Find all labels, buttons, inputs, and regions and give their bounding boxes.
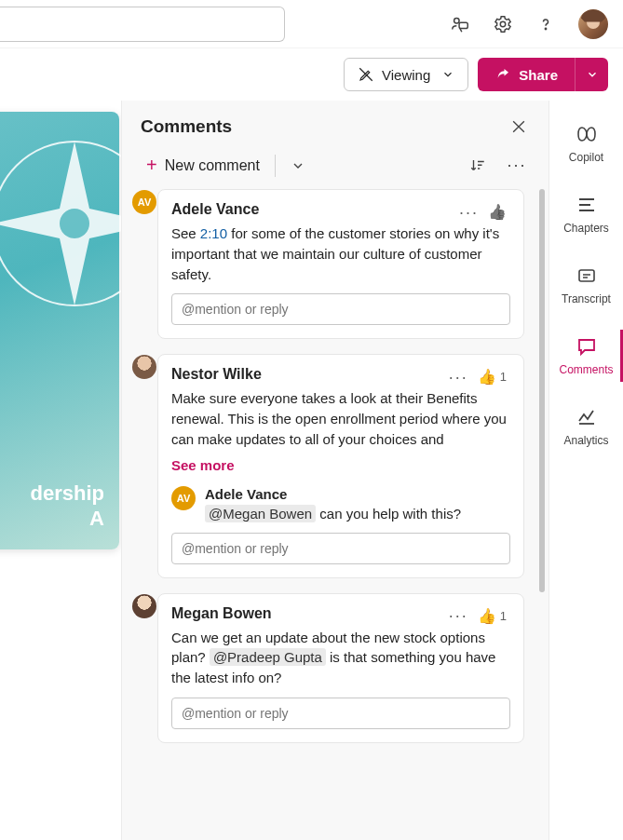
close-icon	[509, 117, 528, 136]
new-comment-label: New comment	[165, 157, 260, 174]
search-input[interactable]	[0, 7, 285, 42]
reply-avatar: AV	[171, 486, 196, 510]
plus-icon: +	[146, 155, 157, 176]
analytics-icon	[576, 406, 598, 428]
comment-reply: AV Adele Vance @Megan Bowen can you help…	[171, 486, 510, 523]
chevron-down-icon	[586, 68, 599, 81]
thumbs-up-icon: 👍	[488, 203, 507, 221]
viewing-label: Viewing	[382, 67, 430, 83]
compass-star-icon	[0, 130, 121, 317]
right-rail: Copilot Chapters Transcript	[549, 101, 623, 840]
share-button[interactable]: Share	[478, 58, 575, 91]
timestamp-link[interactable]: 2:10	[200, 225, 227, 241]
rail-label: Analytics	[563, 434, 608, 447]
teams-chat-icon[interactable]	[450, 14, 470, 34]
chevron-down-icon	[441, 68, 454, 81]
svg-point-3	[545, 28, 546, 29]
comment-card: Megan Bowen ··· 👍 1 Can we get an update…	[157, 593, 524, 743]
settings-gear-icon[interactable]	[493, 14, 513, 34]
comment-more-button[interactable]: ···	[449, 607, 468, 624]
divider	[275, 155, 276, 177]
share-label: Share	[519, 67, 558, 83]
rail-item-analytics[interactable]: Analytics	[549, 402, 623, 451]
share-options-button[interactable]	[575, 58, 608, 91]
topbar-icons	[450, 9, 608, 39]
user-avatar[interactable]	[578, 9, 608, 39]
rail-item-chapters[interactable]: Chapters	[549, 190, 623, 238]
reply-author-name: Adele Vance	[205, 486, 510, 502]
comment-body: Can we get an update about the new stock…	[171, 628, 510, 688]
like-count: 1	[500, 609, 507, 623]
main-area: dership A Comments + New comment	[0, 101, 623, 840]
comment-bubble-icon	[576, 335, 598, 358]
document-sliver: dership A	[0, 101, 121, 840]
comment-more-button[interactable]: ···	[449, 369, 468, 386]
reply-input[interactable]	[171, 533, 510, 564]
sort-button[interactable]	[465, 153, 491, 179]
author-avatar	[132, 355, 156, 379]
thumbs-up-icon: 👍	[478, 368, 496, 386]
rail-label: Chapters	[563, 222, 609, 235]
svg-point-0	[454, 18, 460, 22]
comment-more-button[interactable]: ···	[459, 204, 479, 221]
comments-header: Comments	[122, 101, 549, 145]
author-name: Megan Bowen	[171, 605, 272, 622]
sort-icon	[469, 157, 486, 174]
rail-item-comments[interactable]: Comments	[549, 332, 623, 380]
comment-body: See 2:10 for some of the customer storie…	[171, 224, 510, 284]
svg-rect-7	[579, 270, 594, 281]
top-bar	[0, 0, 623, 48]
mention-chip[interactable]: @Pradeep Gupta	[210, 648, 326, 666]
reply-input[interactable]	[171, 293, 510, 325]
author-avatar: AV	[132, 190, 156, 214]
chapters-icon	[576, 194, 598, 216]
comment-body: Make sure everyone takes a look at their…	[171, 388, 510, 449]
share-arrow-icon	[494, 66, 511, 83]
author-avatar	[132, 594, 156, 618]
comment-list-wrap: AV Adele Vance ··· 👍 See 2:10 for some o…	[122, 189, 549, 840]
more-options-button[interactable]: ···	[504, 153, 530, 179]
author-name: Adele Vance	[171, 201, 259, 218]
help-icon[interactable]	[535, 14, 556, 34]
comment-dropdown-button[interactable]	[285, 153, 311, 179]
comment-card: AV Adele Vance ··· 👍 See 2:10 for some o…	[157, 189, 524, 339]
author-name: Nestor Wilke	[171, 366, 262, 383]
svg-rect-1	[459, 22, 467, 28]
see-more-link[interactable]: See more	[171, 457, 510, 473]
copilot-icon	[576, 123, 598, 145]
rail-label: Comments	[559, 363, 613, 376]
share-button-group: Share	[478, 58, 608, 91]
new-comment-button[interactable]: + New comment	[141, 151, 265, 180]
document-thumbnail[interactable]: dership A	[0, 112, 119, 549]
document-title: dership A	[0, 481, 104, 531]
chevron-down-icon	[291, 158, 305, 173]
action-bar: Viewing Share	[0, 48, 623, 101]
rail-item-transcript[interactable]: Transcript	[549, 261, 623, 309]
viewing-mode-button[interactable]: Viewing	[344, 58, 468, 91]
close-comments-button[interactable]	[508, 115, 530, 138]
scrollbar-thumb[interactable]	[539, 189, 545, 592]
svg-point-2	[500, 21, 506, 27]
comments-panel: Comments + New comment	[121, 101, 549, 840]
comments-toolbar: + New comment ···	[122, 145, 549, 189]
reply-input[interactable]	[171, 698, 510, 729]
comments-title: Comments	[141, 116, 232, 137]
comment-card: Nestor Wilke ··· 👍 1 Make sure everyone …	[157, 354, 524, 577]
like-count: 1	[500, 370, 507, 384]
comment-list: AV Adele Vance ··· 👍 See 2:10 for some o…	[131, 189, 534, 840]
mention-chip[interactable]: @Megan Bowen	[205, 505, 316, 522]
pen-slash-icon	[358, 66, 374, 83]
rail-label: Copilot	[569, 151, 603, 164]
ellipsis-icon: ···	[507, 156, 526, 175]
like-button[interactable]: 👍 1	[478, 368, 507, 386]
transcript-icon	[576, 264, 598, 287]
thumbs-up-icon: 👍	[478, 607, 496, 625]
svg-point-6	[60, 209, 89, 238]
rail-item-copilot[interactable]: Copilot	[549, 119, 623, 168]
like-button[interactable]: 👍	[488, 203, 507, 221]
rail-label: Transcript	[562, 292, 611, 305]
reply-body: @Megan Bowen can you help with this?	[205, 504, 510, 523]
like-button[interactable]: 👍 1	[478, 607, 507, 625]
